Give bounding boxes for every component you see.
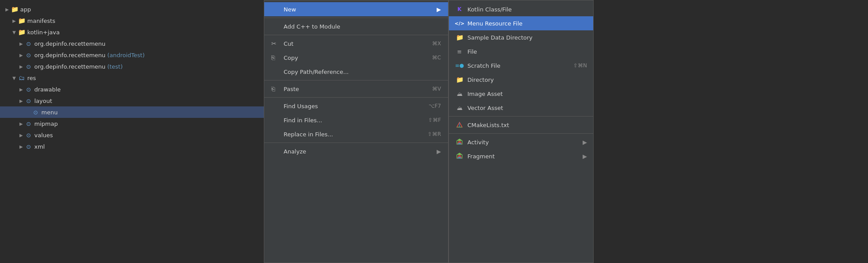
- sub-label: Image Asset: [467, 91, 587, 97]
- scratch-icon: ≡●: [455, 62, 464, 69]
- submenu-item-vector-asset[interactable]: ⛰ Vector Asset: [449, 101, 593, 115]
- svg-marker-9: [457, 153, 462, 155]
- secondary-label: (androidTest): [107, 52, 145, 58]
- arrow-icon: ▶: [18, 53, 25, 58]
- menu-item-new[interactable]: New ▶: [264, 2, 448, 16]
- tree-item-layout[interactable]: ▶ ⊙ layout: [0, 95, 264, 106]
- arrow-icon: ▶: [18, 64, 25, 69]
- sub-label: Vector Asset: [467, 105, 587, 111]
- sub-label: Menu Resource File: [467, 20, 587, 27]
- submenu-item-activity[interactable]: Activity ▶: [449, 135, 593, 149]
- menu-label: Copy Path/Reference...: [284, 69, 441, 75]
- pkg-icon: ⊙: [25, 86, 33, 92]
- menu-item-find-in-files[interactable]: Find in Files... ⇧⌘F: [264, 113, 448, 127]
- submenu-item-cmake[interactable]: CMakeLists.txt: [449, 118, 593, 132]
- folder-icon: 📁: [11, 6, 18, 12]
- sub-label: Activity: [467, 139, 583, 146]
- arrow-icon: ▶: [18, 41, 25, 46]
- pkg-icon: ⊙: [25, 63, 33, 69]
- android-logo2-icon: [456, 153, 463, 160]
- separator: [264, 142, 448, 143]
- tree-item-pkg3[interactable]: ▶ ⊙ org.depinfo.recettemenu (test): [0, 61, 264, 72]
- folder-icon: 📁: [18, 18, 26, 24]
- tree-label: kotlin+java: [27, 29, 60, 36]
- menu-label: Paste: [284, 86, 425, 92]
- tree-item-mipmap[interactable]: ▶ ⊙ mipmap: [0, 118, 264, 129]
- android-fragment-icon: [455, 153, 464, 160]
- submenu-item-image-asset[interactable]: ⛰ Image Asset: [449, 87, 593, 101]
- file-tree: ▶ 📁 app ▶ 📁 manifests ▼ 📁 kotlin+java ▶ …: [0, 0, 264, 263]
- menu-item-replace-in-files[interactable]: Replace in Files... ⇧⌘R: [264, 127, 448, 141]
- submenu-item-scratch[interactable]: ≡● Scratch File ⇧⌘N: [449, 58, 593, 73]
- submenu-item-directory[interactable]: 📁 Directory: [449, 73, 593, 87]
- tree-label: app: [20, 6, 31, 13]
- pkg-icon: ⊙: [25, 98, 33, 104]
- menu-item-copy[interactable]: ⎘ Copy ⌘C: [264, 51, 448, 65]
- menu-label: Replace in Files...: [284, 131, 421, 138]
- tree-item-pkg2[interactable]: ▶ ⊙ org.depinfo.recettemenu (androidTest…: [0, 49, 264, 61]
- sub-label: Scratch File: [467, 62, 573, 69]
- tree-label: values: [34, 132, 53, 139]
- separator: [264, 18, 448, 18]
- menu-item-paste[interactable]: ⎗ Paste ⌘V: [264, 82, 448, 96]
- tree-item-app[interactable]: ▶ 📁 app: [0, 4, 264, 15]
- shortcut-label: ⇧⌘F: [428, 117, 441, 123]
- submenu-item-file[interactable]: ≡ File: [449, 44, 593, 58]
- submenu-item-menu-resource[interactable]: </> Menu Resource File: [449, 16, 593, 30]
- sub-label: CMakeLists.txt: [467, 122, 587, 128]
- folder-icon: 📁: [455, 34, 464, 41]
- shortcut-label: ⇧⌘R: [428, 131, 441, 137]
- menu-label: Cut: [284, 40, 425, 47]
- sub-label: Directory: [467, 77, 587, 83]
- background-area: [594, 0, 868, 263]
- submenu-item-sample-data[interactable]: 📁 Sample Data Directory: [449, 30, 593, 44]
- sub-label: Kotlin Class/File: [467, 6, 587, 13]
- vector-asset-icon: ⛰: [455, 105, 464, 111]
- pkg-icon: ⊙: [25, 121, 33, 127]
- tree-item-kotlinjava[interactable]: ▼ 📁 kotlin+java: [0, 26, 264, 38]
- copy-icon: ⎘: [271, 54, 280, 61]
- pkg-icon: ⊙: [25, 143, 33, 150]
- tree-item-res[interactable]: ▼ 🗂 res: [0, 72, 264, 84]
- shortcut-label: ⌘X: [432, 40, 441, 47]
- menu-item-add-cpp[interactable]: Add C++ to Module: [264, 19, 448, 33]
- cmake-icon: [455, 121, 464, 128]
- arrow-icon: ▶: [18, 144, 25, 149]
- sub-label: Sample Data Directory: [467, 34, 587, 41]
- arrow-icon: ▶: [18, 133, 25, 138]
- paste-icon: ⎗: [271, 85, 280, 92]
- menu-label: Add C++ to Module: [284, 23, 441, 30]
- shortcut-label: ⌥F7: [429, 103, 441, 109]
- pkg-icon: ⊙: [32, 109, 40, 115]
- tree-label: menu: [41, 109, 58, 116]
- tree-item-xml[interactable]: ▶ ⊙ xml: [0, 141, 264, 152]
- tree-item-pkg1[interactable]: ▶ ⊙ org.depinfo.recettemenu: [0, 38, 264, 49]
- separator: [264, 97, 448, 98]
- menu-item-analyze[interactable]: Analyze ▶: [264, 144, 448, 158]
- folder-icon: 🗂: [18, 75, 26, 81]
- submenu-item-kotlin-class[interactable]: K Kotlin Class/File: [449, 2, 593, 16]
- arrow-icon: ▶: [18, 87, 25, 92]
- pkg-icon: ⊙: [25, 132, 33, 138]
- menu-item-find-usages[interactable]: Find Usages ⌥F7: [264, 99, 448, 113]
- tree-label: res: [27, 75, 36, 81]
- arrow-right-icon: ▶: [583, 153, 587, 160]
- directory-icon: 📁: [455, 76, 464, 83]
- shortcut-label: ⌘V: [432, 86, 441, 92]
- arrow-right-icon: ▶: [437, 148, 441, 155]
- tree-item-menu[interactable]: ⊙ menu: [0, 106, 264, 118]
- submenu-item-fragment[interactable]: Fragment ▶: [449, 149, 593, 163]
- separator: [449, 133, 593, 134]
- image-asset-icon: ⛰: [455, 91, 464, 97]
- menu-item-copy-path[interactable]: Copy Path/Reference...: [264, 65, 448, 79]
- tree-item-manifests[interactable]: ▶ 📁 manifests: [0, 15, 264, 26]
- cmake-triangle-icon: [456, 121, 463, 128]
- tree-label: mipmap: [34, 121, 58, 127]
- menu-item-cut[interactable]: ✂ Cut ⌘X: [264, 37, 448, 51]
- arrow-icon: ▶: [18, 99, 25, 103]
- arrow-right-icon: ▶: [583, 139, 587, 146]
- tree-item-values[interactable]: ▶ ⊙ values: [0, 129, 264, 141]
- arrow-icon: ▶: [18, 121, 25, 126]
- tree-item-drawable[interactable]: ▶ ⊙ drawable: [0, 84, 264, 95]
- menu-label: Analyze: [284, 148, 433, 155]
